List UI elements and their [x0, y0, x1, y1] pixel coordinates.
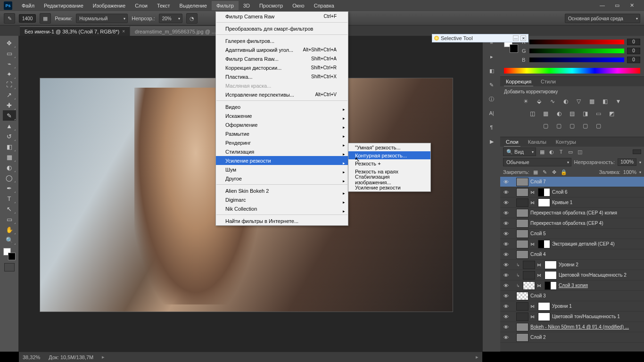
layer-thumb[interactable] — [516, 188, 528, 197]
brush-tool[interactable]: ✎ — [3, 110, 16, 121]
layer-thumb[interactable] — [516, 240, 528, 248]
tab-corrections[interactable]: Коррекция — [504, 77, 533, 86]
adj-preset2-icon[interactable]: ▢ — [554, 122, 564, 130]
adj-photo-icon[interactable]: ▼ — [614, 97, 623, 106]
layer-thumb[interactable] — [516, 250, 528, 259]
submenu-item[interactable]: Резкость + — [348, 159, 430, 167]
tool-preset-icon[interactable]: ✎ — [4, 13, 15, 24]
paragraph-panel-icon[interactable]: ¶ — [487, 123, 497, 132]
adj-preset1-icon[interactable]: ▢ — [541, 122, 551, 130]
visibility-icon[interactable]: 👁 — [502, 324, 510, 330]
filter-adj-icon[interactable]: ◐ — [548, 148, 555, 155]
layer-name[interactable]: Bokeh - Nikon 50mm f/1.4 @ f/1.4 (modifi… — [530, 324, 642, 329]
mask-thumb[interactable] — [538, 313, 550, 321]
filter-shape-icon[interactable]: ▭ — [567, 148, 574, 155]
visibility-icon[interactable]: 👁 — [502, 200, 510, 206]
blend-mode-select[interactable]: Нормальный — [76, 14, 128, 23]
layer-row[interactable]: 👁⋈Слой 6 — [500, 187, 644, 197]
menu-фильтр[interactable]: Фильтр — [212, 1, 239, 10]
crop-tool[interactable]: ⛶ — [3, 79, 16, 90]
float-minimize-icon[interactable]: — — [513, 35, 519, 41]
move-tool[interactable]: ✥ — [3, 38, 16, 48]
adj-levels-icon[interactable]: ⬙ — [535, 97, 544, 106]
layer-name[interactable]: Цветовой тон/Насыщенность 2 — [559, 272, 642, 278]
layer-row[interactable]: 👁⋈Экстракция деталей (CEP 4) — [500, 239, 644, 249]
menu-справка[interactable]: Справка — [309, 1, 339, 10]
menu-item[interactable]: Видео — [216, 102, 348, 111]
lasso-tool[interactable]: ⌁ — [3, 58, 16, 69]
layer-thumb[interactable] — [516, 178, 528, 186]
status-right-chevron-icon[interactable]: ▸ — [476, 354, 479, 360]
type-tool[interactable]: T — [3, 193, 16, 204]
menu-item[interactable]: Фильтр Camera Raw...Shift+Ctrl+A — [216, 54, 348, 63]
layer-row[interactable]: 👁Слой 3 — [500, 291, 644, 301]
layer-thumb[interactable] — [516, 230, 528, 238]
layer-name[interactable]: Экстракция деталей (CEP 4) — [552, 241, 642, 247]
layer-row[interactable]: 👁Слой 5 — [500, 229, 644, 239]
adj-invert-icon[interactable]: ◐ — [554, 109, 564, 118]
layer-thumb[interactable] — [516, 198, 528, 207]
menu-текст[interactable]: Текст — [152, 1, 175, 10]
layer-row[interactable]: 👁Слой 7 — [500, 177, 644, 187]
submenu-item[interactable]: "Умная" резкость... — [348, 143, 430, 151]
layer-thumb[interactable] — [516, 313, 528, 321]
visibility-icon[interactable]: 👁 — [502, 293, 510, 299]
layer-thumb[interactable] — [523, 281, 535, 290]
filter-img-icon[interactable]: ▦ — [539, 148, 545, 155]
visibility-icon[interactable]: 👁 — [502, 304, 510, 309]
visibility-icon[interactable]: 👁 — [502, 252, 510, 257]
adj-preset5-icon[interactable]: ▢ — [594, 122, 603, 130]
opacity-select[interactable]: 20% — [159, 14, 182, 23]
dodge-tool[interactable]: ◯ — [3, 173, 16, 183]
g-slider[interactable] — [529, 49, 624, 53]
menu-изображение[interactable]: Изображение — [88, 1, 130, 10]
layer-row[interactable]: 👁⋈Цветовой тон/Насыщенность 1 — [500, 312, 644, 322]
menu-выделение[interactable]: Выделение — [175, 1, 212, 10]
menu-item[interactable]: Исправление перспективы...Alt+Ctrl+V — [216, 90, 348, 99]
adj-gradmap-icon[interactable]: ▭ — [594, 109, 603, 118]
layer-row[interactable]: 👁Перекрестная обработка (CEP 4) копия — [500, 208, 644, 218]
b-value[interactable]: 0 — [627, 57, 640, 63]
menu-item[interactable]: Рендеринг — [216, 138, 348, 147]
visibility-icon[interactable]: 👁 — [502, 210, 510, 216]
quick-mask-icon[interactable] — [4, 263, 15, 272]
adj-selcolor-icon[interactable]: ◩ — [607, 109, 617, 118]
layer-row[interactable]: 👁Bokeh - Nikon 50mm f/1.4 @ f/1.4 (modif… — [500, 322, 644, 332]
layer-name[interactable]: Перекрестная обработка (CEP 4) — [530, 221, 642, 226]
brush-size-field[interactable]: 1400 — [19, 14, 36, 23]
layer-name[interactable]: Перекрестная обработка (CEP 4) копия — [530, 210, 642, 215]
menu-3d[interactable]: 3D — [239, 1, 255, 10]
pressure-opacity-icon[interactable]: ◔ — [186, 13, 198, 24]
tab-styles[interactable]: Стили — [539, 77, 558, 86]
layer-row[interactable]: 👁↳⋈Уровни 2 — [500, 260, 644, 270]
layer-thumb[interactable] — [523, 261, 535, 269]
mask-thumb[interactable] — [545, 271, 557, 280]
visibility-icon[interactable]: 👁 — [502, 335, 510, 340]
filter-toggle[interactable] — [633, 149, 641, 154]
menu-item[interactable]: Преобразовать для смарт-фильтров — [216, 24, 348, 33]
tab-channels[interactable]: Каналы — [526, 138, 548, 146]
layer-name[interactable]: Слой 6 — [552, 189, 642, 195]
mask-thumb[interactable] — [538, 198, 550, 207]
lock-move-icon[interactable]: ✥ — [551, 169, 558, 175]
visibility-icon[interactable]: 👁 — [502, 262, 510, 268]
filter-type-icon[interactable]: T — [558, 148, 564, 155]
healing-tool[interactable]: ✚ — [3, 100, 16, 110]
wand-tool[interactable]: ✦ — [3, 69, 16, 79]
submenu-item[interactable]: Стабилизация изображения... — [348, 175, 430, 183]
layer-thumb[interactable] — [516, 333, 528, 342]
blend-mode-layers-select[interactable]: Обычные — [503, 158, 571, 166]
visibility-icon[interactable]: 👁 — [502, 221, 510, 226]
brush-panel-icon[interactable]: ▦ — [40, 13, 51, 24]
gradient-tool[interactable]: ▦ — [3, 152, 16, 162]
float-close-icon[interactable]: ✕ — [520, 35, 526, 41]
opacity-layers-value[interactable]: 100% — [618, 158, 636, 166]
visibility-icon[interactable]: 👁 — [502, 179, 510, 185]
tab-close-icon[interactable]: × — [122, 29, 125, 34]
mask-thumb[interactable] — [538, 240, 550, 248]
menu-item[interactable]: Пластика...Shift+Ctrl+X — [216, 72, 348, 81]
stamp-tool[interactable]: ▲ — [3, 121, 16, 131]
adj-lookup-icon[interactable]: ▦ — [541, 109, 551, 118]
tab-layers[interactable]: Слои — [504, 138, 520, 147]
menu-файл[interactable]: Файл — [17, 1, 39, 10]
